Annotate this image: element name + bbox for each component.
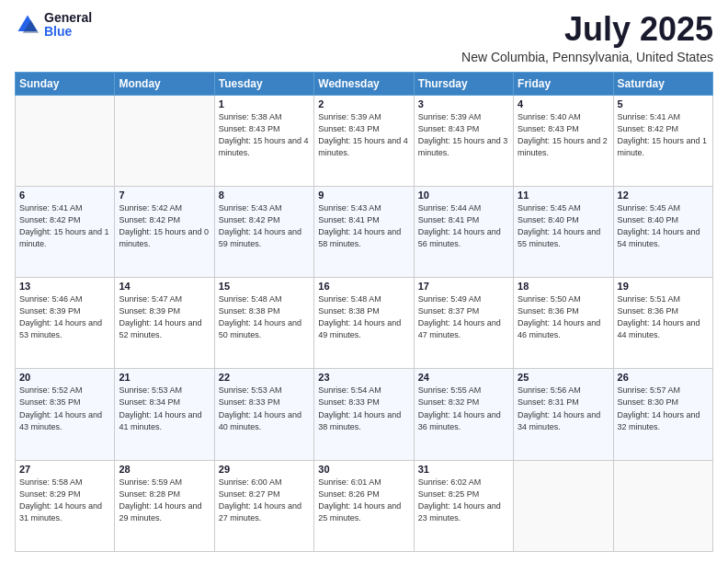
day-number: 14 bbox=[119, 281, 210, 292]
table-row: 30Sunrise: 6:01 AM Sunset: 8:26 PM Dayli… bbox=[314, 460, 414, 551]
calendar-week-3: 13Sunrise: 5:46 AM Sunset: 8:39 PM Dayli… bbox=[16, 278, 713, 369]
day-info: Sunrise: 5:39 AM Sunset: 8:43 PM Dayligh… bbox=[418, 111, 509, 159]
day-info: Sunrise: 5:48 AM Sunset: 8:38 PM Dayligh… bbox=[219, 293, 310, 341]
table-row: 27Sunrise: 5:58 AM Sunset: 8:29 PM Dayli… bbox=[16, 460, 115, 551]
table-row: 14Sunrise: 5:47 AM Sunset: 8:39 PM Dayli… bbox=[115, 278, 214, 369]
day-info: Sunrise: 5:43 AM Sunset: 8:42 PM Dayligh… bbox=[219, 202, 310, 250]
day-number: 16 bbox=[318, 281, 409, 292]
logo-blue: Blue bbox=[44, 25, 92, 39]
day-number: 30 bbox=[318, 464, 409, 475]
day-number: 17 bbox=[418, 281, 509, 292]
calendar-week-4: 20Sunrise: 5:52 AM Sunset: 8:35 PM Dayli… bbox=[16, 369, 713, 460]
calendar-week-2: 6Sunrise: 5:41 AM Sunset: 8:42 PM Daylig… bbox=[16, 186, 713, 277]
table-row: 15Sunrise: 5:48 AM Sunset: 8:38 PM Dayli… bbox=[214, 278, 313, 369]
day-number: 19 bbox=[618, 281, 709, 292]
col-monday: Monday bbox=[115, 72, 214, 95]
day-info: Sunrise: 5:49 AM Sunset: 8:37 PM Dayligh… bbox=[418, 293, 509, 341]
logo: General Blue bbox=[15, 11, 92, 40]
day-number: 1 bbox=[219, 98, 310, 109]
day-info: Sunrise: 5:41 AM Sunset: 8:42 PM Dayligh… bbox=[618, 111, 709, 159]
day-info: Sunrise: 5:44 AM Sunset: 8:41 PM Dayligh… bbox=[418, 202, 509, 250]
col-friday: Friday bbox=[514, 72, 613, 95]
table-row bbox=[514, 460, 613, 551]
calendar-header-row: Sunday Monday Tuesday Wednesday Thursday… bbox=[16, 72, 713, 95]
calendar-week-5: 27Sunrise: 5:58 AM Sunset: 8:29 PM Dayli… bbox=[16, 460, 713, 551]
table-row bbox=[16, 95, 115, 186]
day-info: Sunrise: 6:01 AM Sunset: 8:26 PM Dayligh… bbox=[318, 477, 409, 524]
day-number: 22 bbox=[219, 372, 310, 383]
table-row: 13Sunrise: 5:46 AM Sunset: 8:39 PM Dayli… bbox=[16, 278, 115, 369]
day-number: 7 bbox=[119, 190, 210, 201]
day-info: Sunrise: 5:55 AM Sunset: 8:32 PM Dayligh… bbox=[418, 385, 509, 432]
day-number: 10 bbox=[418, 190, 509, 201]
table-row: 29Sunrise: 6:00 AM Sunset: 8:27 PM Dayli… bbox=[214, 460, 313, 551]
day-number: 15 bbox=[219, 281, 310, 292]
day-number: 18 bbox=[518, 281, 609, 292]
day-info: Sunrise: 5:40 AM Sunset: 8:43 PM Dayligh… bbox=[518, 111, 609, 159]
day-info: Sunrise: 5:39 AM Sunset: 8:43 PM Dayligh… bbox=[318, 111, 409, 159]
day-info: Sunrise: 6:02 AM Sunset: 8:25 PM Dayligh… bbox=[418, 477, 509, 524]
day-info: Sunrise: 5:38 AM Sunset: 8:43 PM Dayligh… bbox=[219, 111, 310, 159]
table-row: 4Sunrise: 5:40 AM Sunset: 8:43 PM Daylig… bbox=[514, 95, 613, 186]
col-thursday: Thursday bbox=[414, 72, 513, 95]
table-row: 17Sunrise: 5:49 AM Sunset: 8:37 PM Dayli… bbox=[414, 278, 513, 369]
day-number: 23 bbox=[318, 372, 409, 383]
table-row bbox=[613, 460, 712, 551]
day-info: Sunrise: 5:48 AM Sunset: 8:38 PM Dayligh… bbox=[318, 293, 409, 341]
month-title: July 2025 bbox=[461, 11, 713, 48]
table-row: 19Sunrise: 5:51 AM Sunset: 8:36 PM Dayli… bbox=[613, 278, 712, 369]
day-number: 13 bbox=[19, 281, 110, 292]
table-row: 3Sunrise: 5:39 AM Sunset: 8:43 PM Daylig… bbox=[414, 95, 513, 186]
table-row: 9Sunrise: 5:43 AM Sunset: 8:41 PM Daylig… bbox=[314, 186, 414, 277]
calendar-week-1: 1Sunrise: 5:38 AM Sunset: 8:43 PM Daylig… bbox=[16, 95, 713, 186]
day-number: 27 bbox=[19, 464, 110, 475]
day-info: Sunrise: 5:52 AM Sunset: 8:35 PM Dayligh… bbox=[19, 385, 110, 432]
day-number: 25 bbox=[518, 372, 609, 383]
day-info: Sunrise: 5:59 AM Sunset: 8:28 PM Dayligh… bbox=[119, 477, 210, 524]
table-row: 6Sunrise: 5:41 AM Sunset: 8:42 PM Daylig… bbox=[16, 186, 115, 277]
table-row: 10Sunrise: 5:44 AM Sunset: 8:41 PM Dayli… bbox=[414, 186, 513, 277]
page: General Blue July 2025 New Columbia, Pen… bbox=[0, 0, 728, 563]
day-info: Sunrise: 5:57 AM Sunset: 8:30 PM Dayligh… bbox=[618, 385, 709, 432]
day-number: 28 bbox=[119, 464, 210, 475]
day-number: 11 bbox=[518, 190, 609, 201]
logo-text: General Blue bbox=[44, 11, 92, 40]
table-row: 28Sunrise: 5:59 AM Sunset: 8:28 PM Dayli… bbox=[115, 460, 214, 551]
day-info: Sunrise: 5:42 AM Sunset: 8:42 PM Dayligh… bbox=[119, 202, 210, 250]
day-number: 6 bbox=[19, 190, 110, 201]
day-number: 8 bbox=[219, 190, 310, 201]
day-info: Sunrise: 5:51 AM Sunset: 8:36 PM Dayligh… bbox=[618, 293, 709, 341]
table-row: 23Sunrise: 5:54 AM Sunset: 8:33 PM Dayli… bbox=[314, 369, 414, 460]
table-row: 1Sunrise: 5:38 AM Sunset: 8:43 PM Daylig… bbox=[214, 95, 313, 186]
table-row: 31Sunrise: 6:02 AM Sunset: 8:25 PM Dayli… bbox=[414, 460, 513, 551]
day-info: Sunrise: 5:41 AM Sunset: 8:42 PM Dayligh… bbox=[19, 202, 110, 250]
col-sunday: Sunday bbox=[16, 72, 115, 95]
day-number: 4 bbox=[518, 98, 609, 109]
day-info: Sunrise: 5:53 AM Sunset: 8:34 PM Dayligh… bbox=[119, 385, 210, 432]
day-info: Sunrise: 5:46 AM Sunset: 8:39 PM Dayligh… bbox=[19, 293, 110, 341]
day-number: 20 bbox=[19, 372, 110, 383]
calendar-table: Sunday Monday Tuesday Wednesday Thursday… bbox=[15, 72, 713, 552]
col-wednesday: Wednesday bbox=[314, 72, 414, 95]
table-row: 2Sunrise: 5:39 AM Sunset: 8:43 PM Daylig… bbox=[314, 95, 414, 186]
table-row bbox=[115, 95, 214, 186]
day-info: Sunrise: 5:45 AM Sunset: 8:40 PM Dayligh… bbox=[518, 202, 609, 250]
table-row: 7Sunrise: 5:42 AM Sunset: 8:42 PM Daylig… bbox=[115, 186, 214, 277]
day-number: 31 bbox=[418, 464, 509, 475]
day-number: 9 bbox=[318, 190, 409, 201]
table-row: 16Sunrise: 5:48 AM Sunset: 8:38 PM Dayli… bbox=[314, 278, 414, 369]
table-row: 8Sunrise: 5:43 AM Sunset: 8:42 PM Daylig… bbox=[214, 186, 313, 277]
table-row: 25Sunrise: 5:56 AM Sunset: 8:31 PM Dayli… bbox=[514, 369, 613, 460]
day-number: 5 bbox=[618, 98, 709, 109]
day-info: Sunrise: 5:56 AM Sunset: 8:31 PM Dayligh… bbox=[518, 385, 609, 432]
day-number: 21 bbox=[119, 372, 210, 383]
location: New Columbia, Pennsylvania, United State… bbox=[461, 50, 713, 64]
day-info: Sunrise: 5:43 AM Sunset: 8:41 PM Dayligh… bbox=[318, 202, 409, 250]
table-row: 11Sunrise: 5:45 AM Sunset: 8:40 PM Dayli… bbox=[514, 186, 613, 277]
col-saturday: Saturday bbox=[613, 72, 712, 95]
day-info: Sunrise: 5:45 AM Sunset: 8:40 PM Dayligh… bbox=[618, 202, 709, 250]
table-row: 21Sunrise: 5:53 AM Sunset: 8:34 PM Dayli… bbox=[115, 369, 214, 460]
day-number: 24 bbox=[418, 372, 509, 383]
day-info: Sunrise: 5:53 AM Sunset: 8:33 PM Dayligh… bbox=[219, 385, 310, 432]
day-number: 12 bbox=[618, 190, 709, 201]
